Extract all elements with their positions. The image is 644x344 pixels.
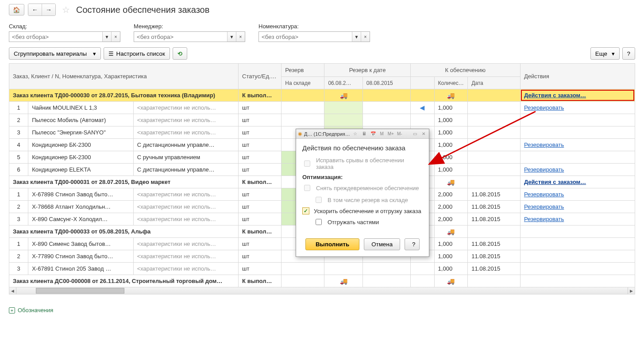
home-button[interactable]: 🏠 <box>9 4 24 15</box>
nomenclature-filter-input[interactable] <box>259 32 352 42</box>
order-actions-link[interactable]: Действия с заказом… <box>524 92 586 99</box>
truck-icon: 🚚 <box>340 278 347 285</box>
reserve-link[interactable]: Резервировать <box>524 141 564 148</box>
dlg-minimize-button[interactable]: ▭ <box>411 130 418 138</box>
table-row[interactable]: Заказ клиента ДС00-000008 от 26.11.2014,… <box>9 275 635 287</box>
unit-cell: шт <box>239 126 282 139</box>
execute-button[interactable]: Выполнить <box>305 238 359 250</box>
unit-cell: шт <box>239 213 282 226</box>
favorite-star-icon[interactable]: ☆ <box>62 4 70 15</box>
date-cell <box>468 164 521 176</box>
more-button[interactable]: Еще ▾ <box>590 47 620 60</box>
unit-cell: шт <box>239 139 282 151</box>
nomenclature-cell: Х-890 Самсунг-Х Холодил… <box>28 213 133 226</box>
manager-filter-clear[interactable]: × <box>236 32 245 42</box>
arrow-left-icon: ◀ <box>420 104 424 111</box>
qty-cell: 2,000 <box>434 213 468 226</box>
unit-cell: шт <box>239 250 282 263</box>
including-stock-label: В том числе резерв на складе <box>328 197 408 203</box>
unit-cell: шт <box>239 164 282 176</box>
warehouse-filter-clear[interactable]: × <box>111 32 120 42</box>
remove-early-label: Снять преждевременное обеспечение <box>316 185 419 191</box>
dlg-calc-icon[interactable]: 🖩 <box>361 130 368 138</box>
qty-cell: 1,000 <box>434 238 468 250</box>
col-actions: Действия <box>520 64 635 89</box>
group-materials-button[interactable]: Сгруппировать материалы ▾ <box>9 47 101 60</box>
col-date1: 06.08.2… <box>324 77 362 89</box>
configure-list-button[interactable]: ☰ Настроить список <box>104 47 170 60</box>
legend-label: Обозначения <box>18 307 53 313</box>
reserve-link[interactable]: Резервировать <box>524 166 564 173</box>
reserve-link[interactable]: Резервировать <box>524 191 564 198</box>
horizontal-scrollbar[interactable]: ◀ ▶ <box>9 287 635 294</box>
cancel-button[interactable]: Отмена <box>364 238 400 250</box>
warehouse-filter-dropdown[interactable]: ▼ <box>102 32 111 42</box>
remove-early-checkbox <box>304 185 310 191</box>
row-number: 2 <box>9 114 28 126</box>
row-number: 1 <box>9 188 28 201</box>
forward-button[interactable]: → <box>42 4 55 15</box>
m-icon[interactable]: M <box>378 130 386 138</box>
col-in-stock: На складе <box>282 77 324 89</box>
back-button[interactable]: ← <box>28 4 42 15</box>
dlg-close-button[interactable]: ✕ <box>420 130 427 138</box>
status-cell: К выпол… <box>239 176 282 188</box>
manager-filter-dropdown[interactable]: ▼ <box>227 32 236 42</box>
help-button[interactable]: ? <box>622 47 635 60</box>
dialog-help-button[interactable]: ? <box>405 238 420 250</box>
nomenclature-filter-label: Номенклатура: <box>258 23 370 30</box>
nomenclature-cell: Х-78668 Атлант Холодильн… <box>28 201 133 213</box>
refresh-button[interactable]: ⟲ <box>173 47 187 60</box>
including-stock-checkbox <box>316 197 322 203</box>
reserve-link[interactable]: Резервировать <box>524 203 564 210</box>
nomenclature-cell: Х-67898 Стинол Завод быто… <box>28 188 133 201</box>
manager-filter-input[interactable] <box>134 32 227 42</box>
table-row[interactable]: 1Чайник MOULINEX L 1,3<характеристики не… <box>9 102 635 114</box>
nomenclature-filter-clear[interactable]: × <box>361 32 370 42</box>
date-cell <box>468 139 521 151</box>
reserve-link[interactable]: Резервировать <box>524 216 564 222</box>
unit-cell: шт <box>239 114 282 126</box>
scroll-thumb[interactable] <box>36 288 124 294</box>
scroll-left-button[interactable]: ◀ <box>9 287 16 294</box>
date-cell <box>468 102 521 114</box>
table-row[interactable]: Заказ клиента ТД00-000030 от 28.07.2015,… <box>9 89 635 102</box>
table-row[interactable]: 2Пылесос Мобиль (Автомат)<характеристики… <box>9 114 635 126</box>
ship-parts-checkbox[interactable] <box>316 219 322 225</box>
reserve-link[interactable]: Резервировать <box>524 104 564 111</box>
scroll-right-button[interactable]: ▶ <box>628 287 635 294</box>
dialog-window-title: Д… (1С:Предприя… <box>304 131 350 137</box>
row-number: 3 <box>9 263 28 275</box>
app-icon: ◉ <box>298 131 302 137</box>
unit-cell: шт <box>239 238 282 250</box>
row-number: 5 <box>9 151 28 164</box>
characteristic-cell: <характеристики не исполь… <box>133 126 238 139</box>
date-cell <box>468 114 521 126</box>
unit-cell: шт <box>239 263 282 275</box>
mplus-icon[interactable]: M+ <box>387 130 394 138</box>
col-date: Дата <box>468 77 521 89</box>
manager-filter-label: Менеджер: <box>134 23 245 30</box>
mminus-icon[interactable]: M- <box>396 130 403 138</box>
warehouse-filter-input[interactable] <box>9 32 102 42</box>
nomenclature-cell: Пылесос "Энергия-SANYO" <box>28 126 133 139</box>
date-cell: 11.08.2015 <box>468 238 521 250</box>
dlg-cal-icon[interactable]: 📅 <box>370 130 377 138</box>
expand-legend-icon[interactable]: + <box>9 307 15 313</box>
row-number: 2 <box>9 201 28 213</box>
qty-cell: 1,000 <box>434 102 468 114</box>
truck-icon: 🚚 <box>340 92 347 99</box>
nomenclature-filter-dropdown[interactable]: ▼ <box>352 32 361 42</box>
warehouse-filter-label: Склад: <box>9 23 120 30</box>
fix-breaks-checkbox <box>304 161 310 167</box>
row-number: 3 <box>9 126 28 139</box>
truck-icon: 🚚 <box>447 228 455 235</box>
row-number: 1 <box>9 102 28 114</box>
table-row[interactable]: 3Х-67891 Стинол 205 Завод …<характеристи… <box>9 263 635 275</box>
speed-up-label: Ускорить обеспечение и отгрузку заказа <box>314 208 421 214</box>
col-date2: 08.08.2015 <box>362 77 410 89</box>
order-actions-link[interactable]: Действия с заказом… <box>524 179 586 185</box>
col-status: Статус/Ед.изм. <box>239 64 282 89</box>
speed-up-checkbox[interactable]: ✓ <box>302 207 309 214</box>
dlg-star-icon[interactable]: ☆ <box>352 130 359 138</box>
